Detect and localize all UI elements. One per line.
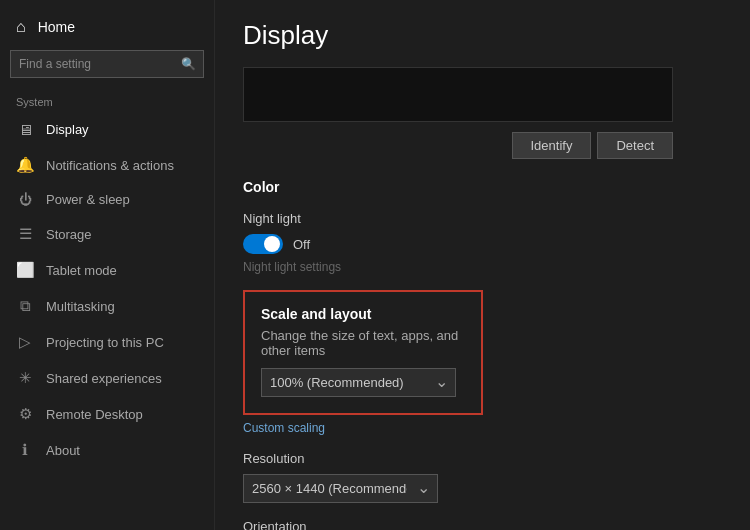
sidebar-item-label: Notifications & actions [46, 158, 174, 173]
color-section-title: Color [243, 179, 722, 195]
scale-select[interactable]: 100% (Recommended) 125% 150% 175% [261, 368, 456, 397]
display-icon: 🖥 [16, 121, 34, 138]
detect-button[interactable]: Detect [597, 132, 673, 159]
resolution-select-wrapper: 2560 × 1440 (Recommended) 1920 × 1080 12… [243, 474, 438, 503]
home-nav-item[interactable]: ⌂ Home [0, 8, 214, 46]
sidebar-item-label: Projecting to this PC [46, 335, 164, 350]
sidebar-item-shared[interactable]: ✳ Shared experiences [0, 360, 214, 396]
sidebar-item-tablet[interactable]: ⬜ Tablet mode [0, 252, 214, 288]
sidebar-item-projecting[interactable]: ▷ Projecting to this PC [0, 324, 214, 360]
sidebar: ⌂ Home 🔍 System 🖥 Display 🔔 Notification… [0, 0, 215, 530]
night-light-label: Night light [243, 211, 722, 226]
orientation-label: Orientation [243, 519, 722, 530]
night-light-status: Off [293, 237, 310, 252]
storage-icon: ☰ [16, 225, 34, 243]
sidebar-item-label: About [46, 443, 80, 458]
resolution-select[interactable]: 2560 × 1440 (Recommended) 1920 × 1080 12… [243, 474, 438, 503]
shared-icon: ✳ [16, 369, 34, 387]
sidebar-item-about[interactable]: ℹ About [0, 432, 214, 468]
custom-scaling-link[interactable]: Custom scaling [243, 421, 722, 435]
sidebar-item-label: Tablet mode [46, 263, 117, 278]
night-light-toggle[interactable] [243, 234, 283, 254]
notifications-icon: 🔔 [16, 156, 34, 174]
night-light-toggle-row: Off [243, 234, 722, 254]
scale-layout-description: Change the size of text, apps, and other… [261, 328, 465, 358]
remote-icon: ⚙ [16, 405, 34, 423]
sidebar-item-display[interactable]: 🖥 Display [0, 112, 214, 147]
night-light-settings-link[interactable]: Night light settings [243, 260, 722, 274]
sidebar-item-remote[interactable]: ⚙ Remote Desktop [0, 396, 214, 432]
sidebar-item-multitasking[interactable]: ⧉ Multitasking [0, 288, 214, 324]
sidebar-item-label: Multitasking [46, 299, 115, 314]
identify-button[interactable]: Identify [512, 132, 592, 159]
scale-layout-title: Scale and layout [261, 306, 465, 322]
sidebar-item-label: Power & sleep [46, 192, 130, 207]
sidebar-item-label: Remote Desktop [46, 407, 143, 422]
about-icon: ℹ [16, 441, 34, 459]
tablet-icon: ⬜ [16, 261, 34, 279]
power-icon: ⏻ [16, 192, 34, 207]
home-label: Home [38, 19, 75, 35]
scale-select-wrapper: 100% (Recommended) 125% 150% 175% [261, 368, 456, 397]
sidebar-item-label: Shared experiences [46, 371, 162, 386]
multitasking-icon: ⧉ [16, 297, 34, 315]
sidebar-item-power[interactable]: ⏻ Power & sleep [0, 183, 214, 216]
display-action-buttons: Identify Detect [243, 132, 673, 159]
search-container: 🔍 [10, 50, 204, 78]
system-section-label: System [0, 88, 214, 112]
sidebar-item-label: Display [46, 122, 89, 137]
display-preview [243, 67, 673, 122]
search-input[interactable] [10, 50, 204, 78]
scale-layout-box: Scale and layout Change the size of text… [243, 290, 483, 415]
sidebar-item-notifications[interactable]: 🔔 Notifications & actions [0, 147, 214, 183]
main-content: Display Identify Detect Color Night ligh… [215, 0, 750, 530]
sidebar-item-storage[interactable]: ☰ Storage [0, 216, 214, 252]
sidebar-item-label: Storage [46, 227, 92, 242]
resolution-label: Resolution [243, 451, 722, 466]
home-icon: ⌂ [16, 18, 26, 36]
search-icon: 🔍 [181, 57, 196, 71]
page-title: Display [243, 20, 722, 51]
projecting-icon: ▷ [16, 333, 34, 351]
